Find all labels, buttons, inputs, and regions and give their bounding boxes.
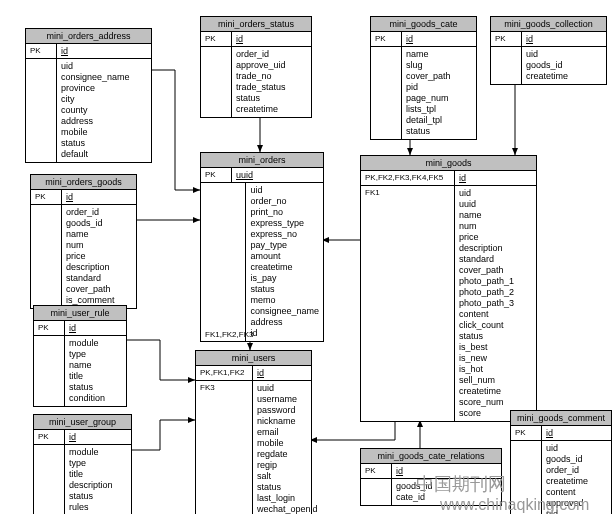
fk-col [34,445,65,514]
watermark-text: 中国期刊网 [416,472,506,496]
entity-orders-goods: mini_orders_goods PKid order_idgoods_idn… [30,174,137,309]
entity-orders: mini_orders PKuuid FK1,FK2,FK3uidorder_n… [200,152,324,342]
id-field: id [522,32,606,46]
entity-title: mini_orders [201,153,323,168]
fk-col [361,479,392,505]
entity-title: mini_goods_collection [491,17,606,32]
id-field: id [57,44,151,58]
entity-title: mini_goods_cate_relations [361,449,501,464]
id-field: id [232,32,311,46]
fk-col: FK3 [196,381,253,514]
entity-orders-address: mini_orders_address PKid uidconsignee_na… [25,28,152,163]
fields: order_idapprove_uidtrade_notrade_statuss… [232,47,311,117]
fk-col [201,47,232,117]
entity-title: mini_orders_address [26,29,151,44]
pk-label: PK [34,321,65,335]
pk-label: PK [361,464,392,478]
pk-label: PK [491,32,522,46]
entity-title: mini_goods_comment [511,411,611,426]
id-field: id [65,430,131,444]
entity-orders-status: mini_orders_status PKid order_idapprove_… [200,16,312,118]
fields: nameslugcover_pathpidpage_numlists_tplde… [402,47,476,139]
fields: order_idgoods_idnamenumpricedescriptions… [62,205,136,308]
entity-title: mini_goods [361,156,536,171]
pk-label: PK [201,168,232,182]
entity-user-rule: mini_user_rule PKid moduletypenametitles… [33,305,127,407]
pk-label: PK [201,32,232,46]
fk-col [491,47,522,84]
entity-title: mini_user_group [34,415,131,430]
entity-user-group: mini_user_group PKid moduletypetitledesc… [33,414,132,514]
fields: uidconsignee_nameprovincecitycountyaddre… [57,59,151,162]
id-field: id [455,171,536,185]
fields: uidgoods_idcreatetime [522,47,606,84]
entity-title: mini_users [196,351,311,366]
fk-col [31,205,62,308]
pk-label: PK [26,44,57,58]
watermark-url: www.chinaqking.com [440,496,589,514]
fk-col [371,47,402,139]
fk-col [26,59,57,162]
id-field: id [542,426,611,440]
fields: uiduuidnamenumpricedescriptionstandardco… [455,186,536,421]
entity-goods-cate: mini_goods_cate PKid nameslugcover_pathp… [370,16,477,140]
fields: moduletypenametitlestatuscondition [65,336,126,406]
entity-title: mini_goods_cate [371,17,476,32]
entity-users: mini_users PK,FK1,FK2id FK3uuidusernamep… [195,350,312,514]
fields: uuidusernamepasswordnicknameemailmobiler… [253,381,322,514]
entity-goods-collection: mini_goods_collection PKid uidgoods_idcr… [490,16,607,85]
fields: uidorder_noprint_noexpress_typeexpress_n… [246,183,323,341]
id-field: id [62,190,136,204]
fk-col: FK1,FK2,FK3 [201,183,246,341]
pk-label: PK [34,430,65,444]
pk-label: PK,FK2,FK3,FK4,FK5 [361,171,455,185]
pk-label: PK [371,32,402,46]
entity-title: mini_user_rule [34,306,126,321]
pk-label: PK,FK1,FK2 [196,366,253,380]
fields: moduletypetitledescriptionstatusrules [65,445,131,514]
fk-col: FK1 [361,186,455,421]
id-field: id [253,366,311,380]
entity-title: mini_orders_goods [31,175,136,190]
fk-col [34,336,65,406]
entity-title: mini_orders_status [201,17,311,32]
entity-goods: mini_goods PK,FK2,FK3,FK4,FK5id FK1uiduu… [360,155,537,422]
id-field: id [402,32,476,46]
id-field: id [65,321,126,335]
pk-label: PK [511,426,542,440]
id-field: uuid [232,168,323,182]
pk-label: PK [31,190,62,204]
